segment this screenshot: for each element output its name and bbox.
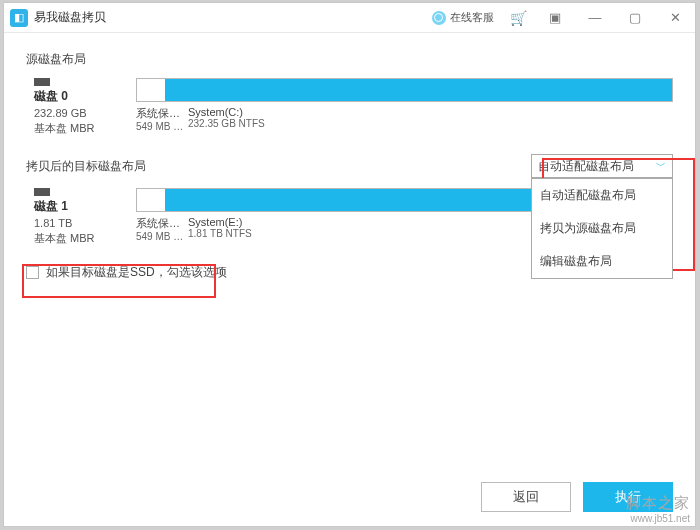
cloud-icon: [432, 11, 446, 25]
target-sys-label: 系统保… 549 MB …: [136, 216, 188, 242]
source-main-partition[interactable]: [165, 79, 672, 101]
source-disk-row: 磁盘 0 232.89 GB 基本盘 MBR 系统保… 549 MB … Sys…: [26, 78, 673, 136]
app-window: ◧ 易我磁盘拷贝 在线客服 🛒 ▣ — ▢ ✕ 源磁盘布局 磁盘 0 232.8…: [3, 2, 696, 527]
online-support-button[interactable]: 在线客服: [424, 3, 502, 32]
minimize-button[interactable]: —: [575, 3, 615, 32]
source-system-partition[interactable]: [137, 79, 165, 101]
target-disk-size: 1.81 TB: [34, 217, 136, 229]
chevron-down-icon: ﹀: [656, 159, 666, 173]
layout-option-auto[interactable]: 自动适配磁盘布局: [532, 179, 672, 212]
source-partitions: 系统保… 549 MB … System(C:) 232.35 GB NTFS: [136, 78, 673, 132]
target-disk-name: 磁盘 1: [34, 198, 136, 215]
layout-option-copy-source[interactable]: 拷贝为源磁盘布局: [532, 212, 672, 245]
layout-mode-wrap: 自动适配磁盘布局 ﹀ 自动适配磁盘布局 拷贝为源磁盘布局 编辑磁盘布局: [531, 154, 673, 178]
layout-option-edit[interactable]: 编辑磁盘布局: [532, 245, 672, 278]
source-main-label: System(C:) 232.35 GB NTFS: [188, 106, 673, 132]
back-button[interactable]: 返回: [481, 482, 571, 512]
disk-icon: [34, 78, 50, 86]
ssd-checkbox-label: 如果目标磁盘是SSD，勾选该选项: [46, 264, 227, 281]
layout-mode-dropdown[interactable]: 自动适配磁盘布局 ﹀: [531, 154, 673, 178]
layout-mode-menu: 自动适配磁盘布局 拷贝为源磁盘布局 编辑磁盘布局: [531, 178, 673, 279]
target-header: 拷贝后的目标磁盘布局 自动适配磁盘布局 ﹀ 自动适配磁盘布局 拷贝为源磁盘布局 …: [26, 154, 673, 178]
source-section-label: 源磁盘布局: [26, 51, 673, 68]
app-title: 易我磁盘拷贝: [34, 9, 424, 26]
watermark: 脚本之家 www.jb51.net: [626, 494, 690, 524]
ssd-checkbox[interactable]: [26, 266, 39, 279]
source-partition-labels: 系统保… 549 MB … System(C:) 232.35 GB NTFS: [136, 106, 673, 132]
close-button[interactable]: ✕: [655, 3, 695, 32]
restore-icon[interactable]: ▣: [535, 3, 575, 32]
titlebar: ◧ 易我磁盘拷贝 在线客服 🛒 ▣ — ▢ ✕: [4, 3, 695, 33]
titlebar-actions: 在线客服 🛒 ▣ — ▢ ✕: [424, 3, 695, 32]
source-disk-name: 磁盘 0: [34, 88, 136, 105]
source-disk-size: 232.89 GB: [34, 107, 136, 119]
target-disk-info: 磁盘 1 1.81 TB 基本盘 MBR: [26, 188, 136, 246]
target-disk-type: 基本盘 MBR: [34, 231, 136, 246]
source-disk-type: 基本盘 MBR: [34, 121, 136, 136]
app-icon: ◧: [10, 9, 28, 27]
layout-mode-selected: 自动适配磁盘布局: [538, 158, 634, 175]
source-sys-label: 系统保… 549 MB …: [136, 106, 188, 132]
source-partition-bar[interactable]: [136, 78, 673, 102]
target-system-partition[interactable]: [137, 189, 165, 211]
cart-icon[interactable]: 🛒: [502, 3, 535, 32]
target-section-label: 拷贝后的目标磁盘布局: [26, 158, 146, 175]
disk-icon: [34, 188, 50, 196]
content-area: 源磁盘布局 磁盘 0 232.89 GB 基本盘 MBR 系统保… 549 MB…: [4, 33, 695, 293]
source-disk-info: 磁盘 0 232.89 GB 基本盘 MBR: [26, 78, 136, 136]
maximize-button[interactable]: ▢: [615, 3, 655, 32]
support-label: 在线客服: [450, 10, 494, 25]
